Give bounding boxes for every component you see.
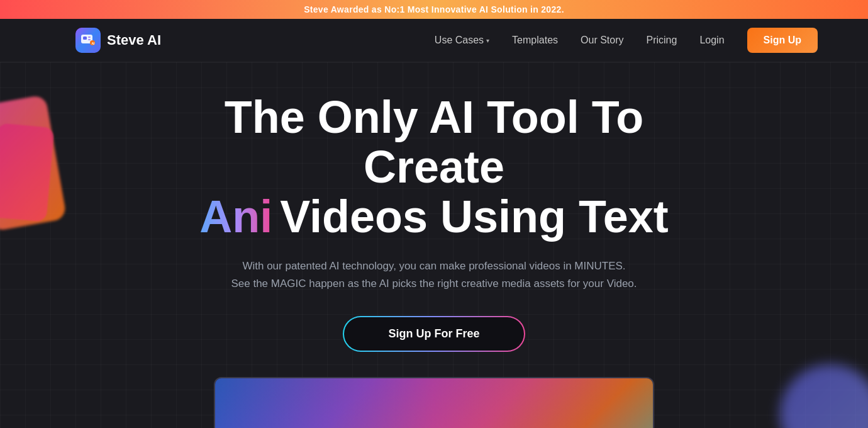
logo[interactable]: AI Steve AI (75, 28, 161, 53)
announcement-text: Steve Awarded as No:1 Most Innovative AI… (304, 4, 564, 14)
svg-rect-2 (88, 37, 91, 38)
hero-subtitle: With our patented AI technology, you can… (231, 257, 637, 294)
logo-icon: AI (75, 28, 101, 53)
hero-title-line1: The Only AI Tool To Create (151, 93, 717, 192)
nav-pricing[interactable]: Pricing (647, 35, 677, 46)
nav-links: Use Cases ▾ Templates Our Story Pricing … (435, 28, 818, 53)
hero-animated-word: Ani (199, 192, 272, 242)
svg-rect-1 (83, 37, 87, 40)
deco-left-inner (0, 123, 54, 222)
demo-window (214, 377, 654, 428)
chevron-down-icon: ▾ (486, 37, 489, 44)
cta-button-wrapper: Sign Up For Free (343, 316, 525, 352)
nav-our-story[interactable]: Our Story (581, 35, 623, 46)
hero-title-line2: AniVideos Using Text (151, 192, 717, 242)
demo-window-overlay (215, 378, 653, 428)
hero-title-rest: Videos Using Text (280, 192, 668, 242)
announcement-bar: Steve Awarded as No:1 Most Innovative AI… (0, 0, 868, 19)
deco-right (780, 364, 868, 428)
svg-rect-3 (88, 39, 91, 40)
logo-text: Steve AI (107, 32, 161, 48)
svg-text:AI: AI (92, 42, 96, 45)
demo-window-wrapper (214, 377, 654, 428)
nav-login[interactable]: Login (699, 35, 724, 46)
hero-section: The Only AI Tool To Create AniVideos Usi… (0, 62, 868, 428)
cta-signup-button[interactable]: Sign Up For Free (344, 317, 523, 351)
hero-title: The Only AI Tool To Create AniVideos Usi… (151, 93, 717, 242)
nav-use-cases[interactable]: Use Cases ▾ (435, 35, 489, 46)
navbar: AI Steve AI Use Cases ▾ Templates Our St… (0, 19, 868, 62)
nav-signup-button[interactable]: Sign Up (747, 28, 818, 53)
nav-templates[interactable]: Templates (512, 35, 558, 46)
